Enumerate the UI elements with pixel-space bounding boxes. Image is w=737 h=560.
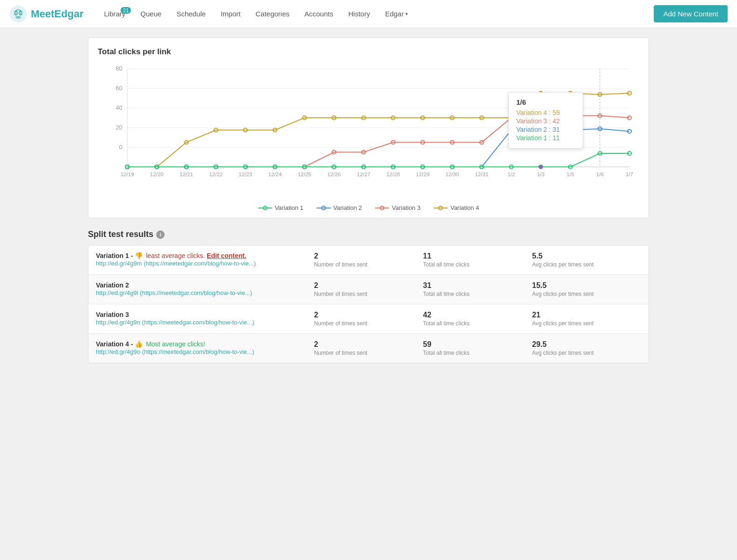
var1-long-link[interactable]: (https://meetedgar.com/blog/how-to-vie..…	[144, 260, 256, 267]
svg-text:1/5: 1/5	[567, 172, 574, 177]
table-row: Variation 3 http://ed.gr/4g9n (https://m…	[88, 304, 649, 334]
nav-categories[interactable]: Categories	[249, 6, 296, 22]
svg-text:60: 60	[116, 85, 123, 92]
var3-info: Variation 3 http://ed.gr/4g9n (https://m…	[96, 311, 314, 326]
svg-text:1/7: 1/7	[626, 172, 633, 177]
results-table: Variation 1 - 👎 least average clicks. Ed…	[88, 245, 649, 363]
legend-var4: Variation 4	[434, 204, 479, 211]
svg-point-7	[15, 16, 21, 19]
var2-long-link[interactable]: (https://meetedgar.com/blog/how-to-vie..…	[140, 289, 252, 296]
chart-area: 80 60 40 20 0 12/19 12/20 12/21 12/22 12…	[98, 64, 639, 195]
nav-edgar[interactable]: Edgar ▾	[378, 6, 414, 22]
legend-var3-icon	[375, 205, 389, 211]
nav-library[interactable]: Library 21	[97, 6, 132, 22]
var2-total-clicks: 31 Total all time clicks	[423, 281, 532, 297]
logo-text: MeetEdgar	[31, 8, 83, 20]
info-icon[interactable]: i	[156, 230, 165, 239]
main-content: Total clicks per link 80 60 40 20 0	[79, 28, 658, 373]
chart-title: Total clicks per link	[98, 47, 639, 57]
tooltip-date: 1/6	[516, 98, 575, 106]
var4-short-link[interactable]: http://ed.gr/4g9o	[96, 348, 140, 355]
tooltip-var4: Variation 4 : 59	[516, 109, 575, 116]
thumbs-up-icon: 👍	[135, 340, 143, 348]
legend-var2-icon	[317, 205, 331, 211]
svg-text:12/30: 12/30	[445, 172, 459, 177]
svg-point-5	[15, 13, 16, 14]
var4-avg-clicks: 29.5 Avg clicks per times sent	[532, 340, 641, 356]
var3-total-clicks: 42 Total all time clicks	[423, 311, 532, 327]
main-nav: Library 21 Queue Schedule Import Categor…	[97, 6, 649, 22]
svg-text:12/31: 12/31	[475, 172, 489, 177]
var1-short-link[interactable]: http://ed.gr/4g9m	[96, 260, 142, 267]
var2-avg-clicks: 15.5 Avg clicks per times sent	[532, 281, 641, 297]
svg-text:12/23: 12/23	[238, 172, 252, 177]
header: MeetEdgar Library 21 Queue Schedule Impo…	[0, 0, 737, 28]
nav-accounts[interactable]: Accounts	[298, 6, 340, 22]
var3-times-sent: 2 Number of times sent	[314, 311, 423, 327]
svg-text:1/6: 1/6	[596, 172, 604, 177]
var1-info: Variation 1 - 👎 least average clicks. Ed…	[96, 252, 314, 267]
svg-text:12/26: 12/26	[327, 172, 341, 177]
var2-info: Variation 2 http://ed.gr/4g9l (https://m…	[96, 281, 314, 296]
legend-var3: Variation 3	[375, 204, 420, 211]
svg-text:20: 20	[116, 124, 123, 131]
chart-tooltip: 1/6 Variation 4 : 59 Variation 3 : 42 Va…	[508, 92, 583, 149]
svg-point-111	[539, 165, 542, 169]
svg-text:12/19: 12/19	[121, 172, 134, 177]
table-row: Variation 2 http://ed.gr/4g9l (https://m…	[88, 275, 649, 304]
var1-times-sent: 2 Number of times sent	[314, 252, 423, 268]
var1-avg-clicks: 5.5 Avg clicks per times sent	[532, 252, 641, 268]
var4-total-clicks: 59 Total all time clicks	[423, 340, 532, 356]
svg-text:12/27: 12/27	[357, 172, 370, 177]
nav-import[interactable]: Import	[214, 6, 247, 22]
svg-text:12/29: 12/29	[416, 172, 429, 177]
var4-long-link[interactable]: (https://meetedgar.com/blog/how-to-vie..…	[142, 348, 254, 355]
chart-legend: Variation 1 Variation 2 Variation 3	[98, 200, 639, 213]
svg-text:40: 40	[116, 105, 123, 111]
legend-var1: Variation 1	[258, 204, 303, 211]
nav-queue[interactable]: Queue	[134, 6, 168, 22]
var1-total-clicks: 11 Total all time clicks	[423, 252, 532, 268]
table-row: Variation 1 - 👎 least average clicks. Ed…	[88, 245, 649, 275]
var3-avg-clicks: 21 Avg clicks per times sent	[532, 311, 641, 327]
tooltip-var3: Variation 3 : 42	[516, 117, 575, 125]
var3-short-link[interactable]: http://ed.gr/4g9n	[96, 319, 140, 326]
legend-var4-icon	[434, 205, 448, 211]
edit-content-link[interactable]: Edit content.	[207, 252, 246, 259]
chart-card: Total clicks per link 80 60 40 20 0	[88, 37, 649, 218]
svg-point-6	[20, 13, 21, 14]
logo: MeetEdgar	[9, 5, 83, 23]
nav-history[interactable]: History	[342, 6, 377, 22]
legend-var1-icon	[258, 205, 272, 211]
svg-text:12/28: 12/28	[386, 172, 400, 177]
var2-times-sent: 2 Number of times sent	[314, 281, 423, 297]
svg-text:12/24: 12/24	[268, 172, 282, 177]
svg-text:0: 0	[119, 144, 123, 151]
svg-text:12/21: 12/21	[180, 172, 193, 177]
var4-times-sent: 2 Number of times sent	[314, 340, 423, 356]
library-badge: 21	[121, 7, 131, 14]
svg-text:12/22: 12/22	[209, 172, 223, 177]
svg-point-0	[10, 6, 27, 22]
var4-info: Variation 4 - 👍 Most average clicks! htt…	[96, 340, 314, 355]
svg-text:12/20: 12/20	[150, 172, 164, 177]
svg-text:12/25: 12/25	[298, 172, 311, 177]
thumbs-down-icon: 👎	[135, 252, 143, 259]
nav-schedule[interactable]: Schedule	[170, 6, 212, 22]
var2-short-link[interactable]: http://ed.gr/4g9l	[96, 289, 138, 296]
chevron-down-icon: ▾	[405, 11, 408, 16]
svg-text:1/3: 1/3	[537, 172, 544, 177]
var1-line	[127, 153, 629, 167]
tooltip-var1: Variation 1 : 11	[516, 134, 575, 142]
svg-text:1/2: 1/2	[507, 172, 515, 177]
tooltip-var2: Variation 2 : 31	[516, 126, 575, 133]
svg-text:80: 80	[116, 65, 123, 72]
split-test-title: Split test results i	[88, 230, 649, 239]
legend-var2: Variation 2	[317, 204, 362, 211]
logo-icon	[9, 5, 27, 23]
var3-long-link[interactable]: (https://meetedgar.com/blog/how-to-vie..…	[142, 319, 254, 326]
add-content-button[interactable]: Add New Content	[654, 5, 728, 22]
table-row: Variation 4 - 👍 Most average clicks! htt…	[88, 334, 649, 363]
